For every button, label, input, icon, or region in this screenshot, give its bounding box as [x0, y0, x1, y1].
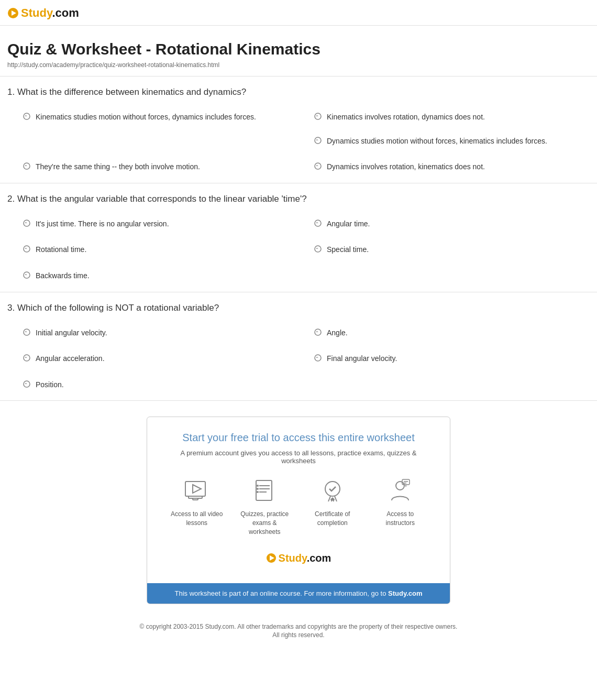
- page-url: http://study.com/academy/practice/quiz-w…: [7, 61, 590, 69]
- option-2c[interactable]: Rotational time.: [7, 239, 298, 260]
- promo-title: Start your free trial to access this ent…: [163, 432, 434, 444]
- question-3: 3. Which of the following is NOT a rotat…: [0, 292, 597, 401]
- option-1b-text: Kinematics involves rotation, dynamics d…: [327, 112, 485, 123]
- question-1: 1. What is the difference between kinema…: [0, 76, 597, 183]
- feature-certificate-label: Certificate of completion: [304, 510, 361, 528]
- question-2: 2. What is the angular variable that cor…: [0, 183, 597, 292]
- feature-quizzes-label: Quizzes, practice exams & worksheets: [236, 510, 293, 536]
- option-2b[interactable]: Angular time.: [298, 214, 590, 235]
- option-1c[interactable]: Dynamics studies motion without forces, …: [298, 131, 590, 152]
- promo-feature-certificate: Certificate of completion: [304, 477, 361, 536]
- svg-point-25: [257, 485, 259, 487]
- option-3d-text: Final angular velocity.: [327, 354, 397, 364]
- option-1a[interactable]: Kinematics studies motion without forces…: [7, 107, 298, 128]
- promo-box: Start your free trial to access this ent…: [147, 417, 450, 604]
- promo-logo-text: Study.com: [279, 552, 331, 564]
- option-2e-text: Backwards time.: [36, 271, 90, 281]
- option-2d[interactable]: Special time.: [298, 239, 590, 260]
- question-2-options: It's just time. There is no angular vers…: [7, 214, 590, 287]
- promo-subtitle: A premium account gives you access to al…: [163, 449, 434, 465]
- option-3b-text: Angle.: [327, 328, 348, 338]
- logo-text: Study.com: [21, 6, 79, 20]
- promo-feature-instructors: Access to instructors: [371, 477, 429, 536]
- svg-line-29: [328, 496, 330, 501]
- option-1a-text: Kinematics studies motion without forces…: [36, 112, 256, 123]
- option-3e[interactable]: Position.: [7, 375, 298, 396]
- promo-logo: Study.com: [163, 547, 434, 573]
- radio-icon: [314, 137, 322, 144]
- quizzes-icon: [251, 477, 278, 505]
- promo-cta-link[interactable]: Study.com: [388, 589, 423, 597]
- radio-icon: [314, 162, 322, 170]
- option-2a[interactable]: It's just time. There is no angular vers…: [7, 214, 298, 235]
- radio-icon: [23, 220, 30, 227]
- option-1d[interactable]: They're the same thing -- they both invo…: [7, 157, 298, 178]
- svg-point-28: [325, 482, 340, 496]
- radio-icon: [23, 354, 30, 362]
- radio-icon: [23, 380, 30, 388]
- option-1b[interactable]: Kinematics involves rotation, dynamics d…: [298, 107, 590, 128]
- option-3c[interactable]: Angular acceleration.: [7, 348, 298, 369]
- question-3-options: Initial angular velocity. Angular accele…: [7, 323, 590, 396]
- radio-icon: [23, 329, 30, 336]
- question-2-text: 2. What is the angular variable that cor…: [7, 194, 590, 204]
- question-1-text: 1. What is the difference between kinema…: [7, 87, 590, 97]
- svg-rect-21: [256, 480, 272, 500]
- certificate-icon: [319, 477, 346, 505]
- radio-icon: [23, 271, 30, 279]
- logo: Study.com: [7, 6, 590, 20]
- question-1-options: Kinematics studies motion without forces…: [7, 107, 590, 151]
- promo-cta-text: This worksheet is part of an online cour…: [174, 589, 386, 597]
- page-title: Quiz & Worksheet - Rotational Kinematics: [7, 40, 590, 58]
- option-3a-text: Initial angular velocity.: [36, 328, 107, 338]
- promo-feature-video: Access to all video lessons: [168, 477, 226, 536]
- radio-icon: [314, 245, 322, 253]
- footer: © copyright 2003-2015 Study.com. All oth…: [0, 615, 597, 650]
- svg-marker-31: [330, 497, 335, 502]
- radio-icon: [23, 113, 30, 120]
- option-1e-text: Dynamics involves rotation, kinematics d…: [327, 162, 485, 172]
- option-3d[interactable]: Final angular velocity.: [298, 348, 590, 369]
- option-1c-text: Dynamics studies motion without forces, …: [327, 136, 547, 147]
- svg-line-30: [335, 496, 337, 501]
- radio-icon: [23, 245, 30, 253]
- footer-rights: All rights reserved.: [7, 631, 590, 639]
- option-2b-text: Angular time.: [327, 219, 370, 229]
- header: Study.com: [0, 0, 597, 26]
- option-3b[interactable]: Angle.: [298, 323, 590, 344]
- option-2a-text: It's just time. There is no angular vers…: [36, 219, 169, 229]
- option-1d-text: They're the same thing -- they both invo…: [36, 162, 200, 172]
- promo-cta: This worksheet is part of an online cour…: [147, 583, 450, 604]
- footer-copyright: © copyright 2003-2015 Study.com. All oth…: [7, 623, 590, 630]
- video-lessons-icon: [183, 477, 211, 505]
- radio-icon: [314, 113, 322, 120]
- option-2c-text: Rotational time.: [36, 245, 86, 255]
- option-3e-text: Position.: [36, 380, 64, 390]
- radio-icon: [314, 329, 322, 336]
- promo-inner: Start your free trial to access this ent…: [147, 417, 450, 583]
- page-title-section: Quiz & Worksheet - Rotational Kinematics…: [0, 26, 597, 76]
- study-logo-icon: [7, 7, 19, 19]
- radio-icon: [23, 162, 30, 170]
- feature-instructors-label: Access to instructors: [371, 510, 429, 528]
- promo-logo-icon: [266, 553, 277, 563]
- svg-point-26: [257, 488, 259, 490]
- instructors-icon: [386, 477, 414, 505]
- option-2d-text: Special time.: [327, 245, 369, 255]
- feature-video-label: Access to all video lessons: [168, 510, 226, 528]
- option-3a[interactable]: Initial angular velocity.: [7, 323, 298, 344]
- radio-icon: [314, 354, 322, 362]
- promo-feature-quizzes: Quizzes, practice exams & worksheets: [236, 477, 293, 536]
- option-2e[interactable]: Backwards time.: [7, 266, 298, 287]
- promo-section: Start your free trial to access this ent…: [0, 401, 597, 614]
- svg-marker-20: [193, 485, 201, 493]
- svg-point-27: [257, 491, 259, 493]
- promo-features: Access to all video lessons Quizzes, pra…: [163, 477, 434, 536]
- svg-rect-19: [193, 498, 198, 500]
- svg-point-32: [396, 482, 404, 490]
- svg-rect-17: [185, 482, 205, 496]
- question-1-options-row2: They're the same thing -- they both invo…: [7, 157, 590, 178]
- radio-icon: [314, 220, 322, 227]
- option-3c-text: Angular acceleration.: [36, 354, 105, 364]
- option-1e[interactable]: Dynamics involves rotation, kinematics d…: [298, 157, 590, 178]
